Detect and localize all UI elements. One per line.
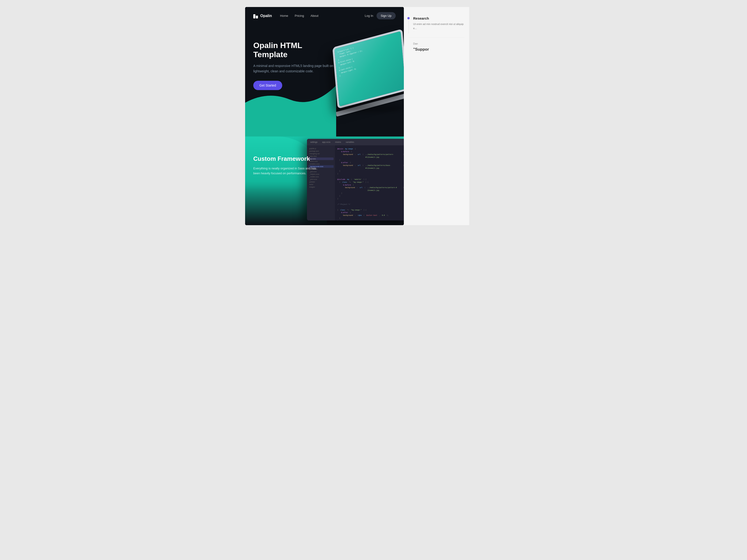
editor-toolbar: settings app.scss mixins variables	[307, 139, 404, 145]
file-item[interactable]: gulpfile.js	[308, 147, 334, 150]
code-line: }	[337, 195, 404, 197]
code-line: }	[337, 220, 404, 220]
timeline-dot	[407, 17, 410, 19]
testimonial-section: Dan "Suppor	[409, 37, 465, 57]
navbar: Opalin Home Pricing About Log In Sign Up	[245, 7, 404, 25]
hero-wave	[245, 85, 336, 136]
code-line: }	[337, 159, 404, 162]
timeline-item-research: Research Ut enim ad min nostrud exercit …	[409, 16, 465, 30]
nav-about[interactable]: About	[310, 14, 318, 18]
nav-actions: Log In Sign Up	[365, 12, 396, 19]
hero-text: Opalin HTML Template A minimal and respo…	[253, 41, 337, 90]
page-wrapper: Opalin Home Pricing About Log In Sign Up…	[245, 7, 502, 225]
editor-tabs: settings app.scss mixins variables	[309, 140, 356, 144]
code-line: }	[337, 217, 404, 220]
framework-title: Custom Framework	[253, 155, 323, 162]
testimonial-quote: "Suppor	[413, 47, 460, 52]
file-item[interactable]: fonts/	[308, 183, 334, 186]
logo-icon	[253, 13, 258, 19]
editor-tab-2[interactable]: app.scss	[321, 140, 332, 144]
file-item[interactable]: _mobile.scss	[308, 176, 334, 178]
testimonial-by: Dan	[413, 42, 460, 45]
editor-tab-3[interactable]: mixins	[334, 140, 343, 144]
tablet-shadow	[338, 105, 404, 112]
file-item[interactable]: images/	[308, 186, 334, 188]
hero-subtitle: A minimal and responsive HTML5 landing p…	[253, 63, 337, 74]
signup-button[interactable]: Sign Up	[377, 12, 396, 19]
code-line: @mixin bg-image {	[337, 148, 404, 151]
framework-text: Custom Framework Everything is neatly or…	[253, 151, 323, 176]
main-content: Opalin Home Pricing About Log In Sign Up…	[245, 7, 404, 225]
nav-links: Home Pricing About	[280, 14, 318, 18]
file-item[interactable]: _print.scss	[308, 178, 334, 181]
code-line: background: url(../media/bg/patterns/pat…	[337, 186, 404, 192]
timeline-title-research: Research	[413, 16, 465, 20]
framework-subtitle: Everything is neatly organized in Sass a…	[253, 166, 323, 176]
tablet-code: [class*="col-"] { float: left; margin: 0…	[334, 31, 403, 81]
code-line: @include mq('mobile') {	[337, 178, 404, 181]
code-line: }	[337, 173, 404, 176]
code-line: [class*="bg-image-"] {	[337, 209, 404, 212]
framework-section: Custom Framework Everything is neatly or…	[245, 136, 404, 225]
nav-pricing[interactable]: Pricing	[294, 14, 304, 18]
logo-bar1	[253, 14, 255, 19]
code-line: &:after {	[337, 161, 404, 164]
timeline-text-research: Ut enim ad min nostrud exercit nisi ut a…	[413, 22, 465, 30]
code-line: background: rgba($color-text, 0.8);	[337, 214, 404, 217]
code-line: [class*="bg-image-"] {	[337, 181, 404, 184]
code-line: }	[337, 170, 404, 173]
get-started-button[interactable]: Get Started	[253, 81, 282, 90]
device-illustration: [class*="col-"] { float: left; margin: 0…	[329, 34, 404, 108]
right-panel: Research Ut enim ad min nostrud exercit …	[404, 7, 469, 225]
code-line: &:before {	[337, 151, 404, 153]
logo-bar2	[256, 16, 258, 19]
code-line: background: url(../media/bg/patterns/pat…	[337, 153, 404, 159]
brand-name: Opalin	[260, 14, 272, 18]
logo[interactable]: Opalin	[253, 13, 272, 19]
editor-tab-1[interactable]: settings	[309, 140, 319, 144]
file-item[interactable]: partials/	[308, 181, 334, 183]
code-line: /* Project */	[337, 203, 404, 206]
code-line: background: url(../media/bg/patterns/bas…	[337, 164, 404, 170]
code-line: &:before {	[337, 184, 404, 187]
editor-code: @mixin bg-image { &:before { background:…	[335, 145, 404, 220]
editor-tab-4[interactable]: variables	[344, 140, 356, 144]
code-line: }	[337, 192, 404, 195]
hero-section: Opalin HTML Template A minimal and respo…	[245, 25, 404, 136]
login-button[interactable]: Log In	[365, 14, 373, 18]
code-line: &:after {	[337, 211, 404, 214]
code-line: }	[337, 197, 404, 201]
hero-title: Opalin HTML Template	[253, 41, 337, 59]
nav-home[interactable]: Home	[280, 14, 288, 18]
